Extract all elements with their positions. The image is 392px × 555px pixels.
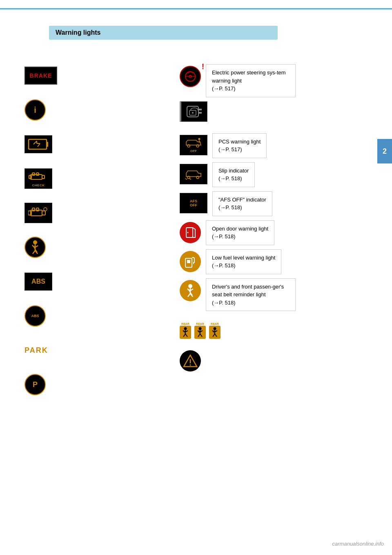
svg-point-42 (187, 232, 189, 233)
seatbelt-info-box: Driver's and front passen-ger's seat bel… (206, 278, 296, 311)
abs-text: ABS (31, 278, 45, 285)
p-circle-icon: P (24, 374, 46, 395)
svg-point-75 (190, 365, 191, 366)
battery-item (24, 133, 163, 156)
svg-point-45 (188, 284, 192, 288)
svg-point-37 (198, 138, 200, 140)
rear-left-label: REAR (181, 322, 189, 325)
afs-text: AFS (190, 199, 197, 203)
right-icon-column: ! Electric power steering sys-tem warnin… (180, 64, 368, 396)
circle-i-icon: i (24, 99, 46, 121)
seatbelt-info-ref: (→P. 518) (212, 299, 290, 307)
rear-center-figure (194, 326, 206, 339)
check-engine-svg (28, 170, 49, 184)
warning-triangle-icon (180, 350, 201, 371)
key-svg (185, 105, 203, 119)
seatbelt-reminder-item: Driver's and front passen-ger's seat bel… (180, 278, 368, 311)
abs-text-item: ABS (24, 270, 163, 293)
door-item: Open door warning light (→P. 518) (180, 220, 368, 245)
slip-info-box: Slip indicator (→P. 518) (212, 162, 255, 187)
check-label: CHECK (32, 184, 45, 187)
svg-rect-44 (187, 260, 190, 263)
park-item: PARK (24, 339, 163, 362)
battery-svg (28, 138, 49, 151)
door-open-icon (180, 222, 201, 243)
door-info-ref: (→P. 518) (212, 233, 268, 241)
svg-point-16 (44, 208, 47, 211)
engine-malfunction-item (24, 201, 163, 224)
engine-malfunction-icon (24, 203, 52, 223)
rear-center-svg (196, 327, 204, 338)
rear-belt-center: REAR (194, 322, 206, 339)
fuel-info-title: Low fuel level warning light (212, 254, 275, 262)
afs-item: AFS OFF "AFS OFF" indicator (→P. 518) (180, 191, 368, 216)
pcs-icon: OFF (180, 135, 207, 155)
key-icon (180, 101, 207, 122)
rear-belt-right: REAR (209, 322, 220, 339)
warning-triangle-svg (183, 354, 198, 368)
fuel-item: Low fuel level warning light (→P. 518) (180, 249, 368, 274)
brake-warning-item: BRAKE (24, 64, 163, 87)
svg-point-17 (33, 240, 37, 244)
main-content: BRAKE i (0, 64, 392, 396)
eps-info-title: Electric power steering sys-tem warning … (212, 69, 290, 85)
svg-line-49 (188, 293, 190, 297)
seatbelt-person-item (24, 236, 163, 259)
svg-rect-32 (198, 112, 202, 114)
abs-text-icon: ABS (24, 273, 52, 291)
seatbelt-reminder-icon (180, 280, 201, 301)
afs-info-box: "AFS OFF" indicator (→P. 518) (212, 191, 272, 216)
svg-rect-1 (47, 142, 48, 147)
svg-line-56 (183, 334, 185, 337)
door-open-svg (184, 226, 197, 239)
park-text: PARK (24, 346, 48, 355)
engine-malfunction-svg (28, 206, 49, 220)
pcs-item: OFF PCS warning light (→P. 517) (180, 133, 368, 158)
seatbelt-reminder-svg (184, 284, 196, 298)
rear-belt-icons: REAR (180, 322, 220, 339)
rear-right-label: REAR (211, 322, 219, 325)
afs-info-ref: (→P. 518) (218, 204, 266, 212)
rear-right-figure (209, 326, 220, 339)
rear-right-svg (211, 327, 219, 338)
brake-icon: BRAKE (24, 67, 57, 85)
eps-exclamation: ! (202, 63, 204, 71)
slip-item: Slip indicator (→P. 518) (180, 162, 368, 187)
svg-point-52 (184, 327, 187, 330)
circle-i-text: i (34, 105, 36, 115)
slip-svg (184, 167, 203, 181)
abs-circle-item: ABS (24, 304, 163, 327)
brake-text: BRAKE (30, 72, 52, 79)
fuel-svg (185, 255, 196, 268)
rear-left-figure (180, 326, 191, 339)
svg-line-2 (33, 141, 37, 144)
key-item (180, 101, 368, 122)
door-info-title: Open door warning light (212, 225, 268, 233)
section-header: Warning lights (49, 26, 278, 40)
abs-circle-icon: ABS (24, 305, 46, 327)
eps-info-ref: (→P. 517) (212, 85, 290, 93)
page: Warning lights 2 BRAKE i (0, 0, 392, 555)
svg-point-34 (192, 112, 194, 114)
chapter-tab: 2 (377, 139, 392, 163)
eps-item: ! Electric power steering sys-tem warnin… (180, 64, 368, 97)
svg-rect-41 (186, 228, 193, 237)
fuel-info-ref: (→P. 518) (212, 262, 275, 270)
pcs-info-box: PCS warning light (→P. 517) (212, 133, 267, 158)
left-icon-column: BRAKE i (24, 64, 163, 396)
seatbelt-person-icon (24, 237, 46, 258)
slip-icon (180, 164, 207, 184)
seatbelt-info-title: Driver's and front passen-ger's seat bel… (212, 283, 290, 299)
afs-info-title: "AFS OFF" indicator (218, 196, 266, 204)
svg-line-63 (198, 334, 200, 337)
svg-rect-31 (198, 109, 202, 110)
eps-info-box: Electric power steering sys-tem warning … (206, 64, 296, 97)
top-decorative-line (0, 8, 392, 9)
abs-circle-text: ABS (31, 314, 39, 318)
rear-belts-item: REAR (180, 322, 368, 339)
p-circle-text: P (33, 380, 38, 389)
eps-svg (184, 70, 197, 83)
slip-info-title: Slip indicator (218, 167, 249, 175)
afs-off-text: OFF (190, 203, 197, 207)
rear-left-svg (181, 327, 189, 338)
